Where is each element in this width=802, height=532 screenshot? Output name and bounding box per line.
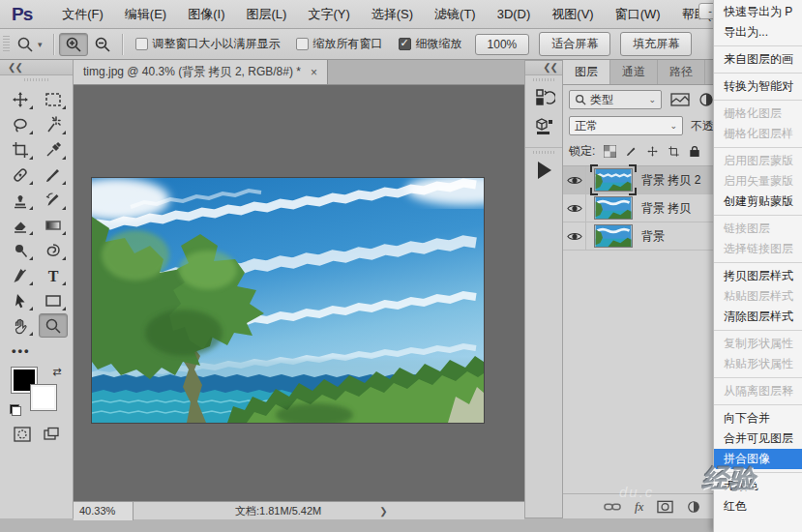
blend-mode-select[interactable]: 正常 ⌄ <box>569 116 683 135</box>
menu-item-paste-layer-style: 粘贴图层样式 <box>714 286 802 307</box>
lock-artboard-icon[interactable] <box>668 145 680 158</box>
menu-item-artboard-from-layers[interactable]: 来自图层的画 <box>714 49 802 70</box>
menu-3d[interactable]: 3D(D) <box>487 0 542 29</box>
menu-view[interactable]: 视图(V) <box>541 0 604 29</box>
canvas-area[interactable] <box>74 85 524 501</box>
eraser-tool[interactable] <box>6 213 35 237</box>
close-tab-icon[interactable]: × <box>311 66 317 79</box>
crop-tool[interactable] <box>6 137 35 162</box>
fit-screen-button[interactable]: 适合屏幕 <box>539 32 610 56</box>
menu-filter[interactable]: 滤镜(T) <box>424 0 487 29</box>
lasso-tool[interactable] <box>6 112 35 136</box>
tools-collapse-button[interactable]: ❮❮ <box>0 60 73 75</box>
dock-collapse-button[interactable]: ❮❮ <box>525 61 562 75</box>
shape-tool[interactable] <box>39 288 68 312</box>
history-brush-tool[interactable] <box>39 188 68 212</box>
default-colors-icon[interactable] <box>10 404 21 416</box>
properties-panel-button[interactable] <box>525 112 564 141</box>
tab-paths[interactable]: 路径 <box>658 60 705 84</box>
zoom-all-checkbox[interactable] <box>296 38 309 50</box>
adjustment-layer-icon[interactable] <box>687 500 700 514</box>
tools-grip <box>0 75 73 83</box>
lock-pixels-icon[interactable] <box>625 145 638 158</box>
hand-tool[interactable] <box>6 313 35 338</box>
type-tool[interactable]: T <box>39 263 68 287</box>
adjustment-filter-icon[interactable] <box>698 92 714 107</box>
document-size-info: 文档:1.81M/5.42M <box>235 504 321 518</box>
visibility-toggle[interactable] <box>563 194 586 222</box>
zoom-in-button[interactable] <box>59 33 88 56</box>
pixel-filter-icon[interactable] <box>669 92 691 107</box>
layer-thumbnail[interactable] <box>594 224 633 248</box>
menu-item-merge-down[interactable]: 向下合并 <box>714 408 802 429</box>
menu-item-create-clipping-mask[interactable]: 创建剪贴蒙版 <box>714 192 802 212</box>
image-canvas[interactable] <box>92 178 484 423</box>
magic-wand-tool[interactable] <box>39 112 68 136</box>
layer-style-icon[interactable]: fx <box>635 499 643 515</box>
menu-item-export-as[interactable]: 导出为... <box>714 22 802 43</box>
menu-item-copy-layer-style[interactable]: 拷贝图层样式 <box>714 266 802 286</box>
screen-mode-button[interactable] <box>42 426 61 446</box>
tab-channels[interactable]: 通道 <box>610 60 658 84</box>
brush-tool[interactable] <box>39 163 68 187</box>
visibility-toggle[interactable] <box>563 222 586 251</box>
layer-thumbnail[interactable] <box>594 168 633 192</box>
zoom-tool[interactable] <box>39 313 68 338</box>
menu-item-red[interactable]: 红色 <box>714 496 802 517</box>
dodge-tool[interactable] <box>6 238 35 262</box>
scrubby-zoom-checkbox[interactable] <box>399 38 411 50</box>
visibility-toggle[interactable] <box>563 166 586 194</box>
menu-edit[interactable]: 编辑(E) <box>114 0 177 29</box>
tab-layers[interactable]: 图层 <box>563 60 610 84</box>
history-panel-button[interactable] <box>525 83 564 112</box>
quick-mask-button[interactable] <box>13 426 32 446</box>
menu-item-quick-export[interactable]: 快速导出为 P <box>714 2 802 22</box>
menu-file[interactable]: 文件(F) <box>51 0 114 29</box>
menu-item-merge-visible[interactable]: 合并可见图层 <box>714 429 802 449</box>
gradient-tool[interactable] <box>39 213 68 237</box>
spot-healing-tool[interactable] <box>6 163 35 187</box>
zoom-all-option[interactable]: 缩放所有窗口 <box>296 36 383 52</box>
marquee-tool[interactable] <box>39 87 68 111</box>
menu-separator <box>714 330 802 331</box>
resize-window-label: 调整窗口大小以满屏显示 <box>153 36 281 52</box>
lock-transparency-icon[interactable] <box>604 145 616 158</box>
status-flyout-arrow[interactable]: ❯ <box>379 506 387 517</box>
path-select-tool[interactable] <box>6 288 35 312</box>
menu-window[interactable]: 窗口(W) <box>605 0 671 29</box>
move-tool[interactable] <box>6 87 35 111</box>
edit-toolbar-button[interactable]: ••• <box>0 343 73 358</box>
layer-filter-select[interactable]: 类型 ⌄ <box>569 90 662 109</box>
lock-position-icon[interactable] <box>646 145 659 158</box>
fill-screen-button[interactable]: 填充屏幕 <box>620 32 692 56</box>
document-tab[interactable]: timg.jpg @ 40.3% (背景 拷贝 2, RGB/8#) * × <box>74 60 328 84</box>
resize-window-option[interactable]: 调整窗口大小以满屏显示 <box>135 36 281 52</box>
zoom-level-field[interactable]: 40.33% <box>74 502 134 520</box>
menu-item-convert-smart-object[interactable]: 转换为智能对 <box>714 76 802 97</box>
resize-window-checkbox[interactable] <box>135 38 148 50</box>
menu-select[interactable]: 选择(S) <box>361 0 424 29</box>
clone-stamp-tool[interactable] <box>6 188 35 212</box>
menu-image[interactable]: 图像(I) <box>177 0 235 29</box>
menu-item-clear-layer-style[interactable]: 清除图层样式 <box>714 307 802 327</box>
scrubby-zoom-option[interactable]: 细微缩放 <box>399 36 462 52</box>
menu-layer[interactable]: 图层(L) <box>235 0 297 29</box>
pen-tool[interactable] <box>6 263 35 287</box>
lock-all-icon[interactable] <box>689 145 700 158</box>
zoom-tool-preset[interactable]: ▾ <box>10 35 48 54</box>
link-layers-icon[interactable] <box>604 501 621 513</box>
add-mask-icon[interactable] <box>657 500 673 514</box>
menu-separator <box>714 215 802 216</box>
eyedropper-tool[interactable] <box>39 137 68 162</box>
menu-item-rasterize-layer-style: 栅格化图层样 <box>714 124 802 144</box>
layer-name: 背景 <box>641 228 665 245</box>
landscape-image <box>92 178 484 423</box>
swap-colors-icon[interactable]: ⇄ <box>52 366 61 378</box>
zoom-100-button[interactable]: 100% <box>475 34 530 55</box>
actions-panel-button[interactable] <box>525 156 564 185</box>
menu-type[interactable]: 文字(Y) <box>297 0 360 29</box>
smudge-tool[interactable] <box>39 238 68 262</box>
background-color[interactable] <box>31 385 56 410</box>
zoom-out-button[interactable] <box>88 33 117 56</box>
layer-thumbnail[interactable] <box>594 196 633 220</box>
